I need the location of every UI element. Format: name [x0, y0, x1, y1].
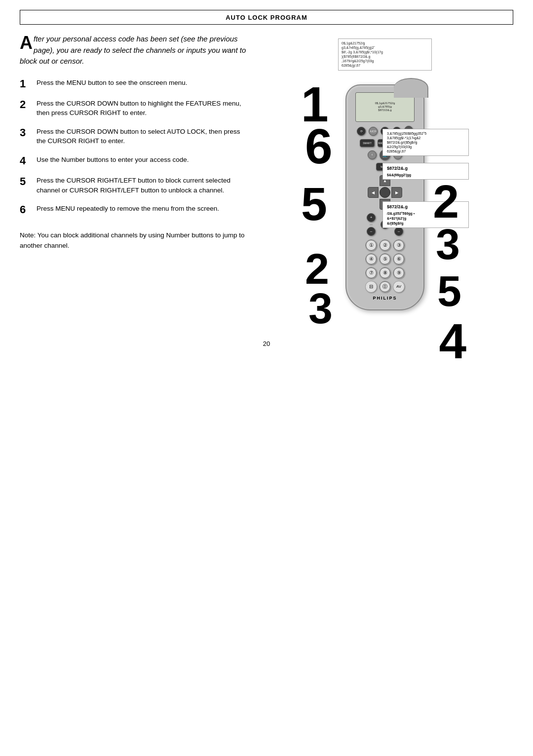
- step-text-1: Press the MENU button to see the onscree…: [37, 78, 187, 88]
- step-number-1: 1: [20, 78, 31, 90]
- step-text-5: Press the CURSOR RIGHT/LEFT button to bl…: [37, 176, 247, 195]
- top-box-line-5: ,1679//g&2/25g7(03g: [342, 59, 428, 63]
- page-container: Auto Lock Program A fter your personal a…: [0, 0, 533, 756]
- btn-vol-up[interactable]: +: [367, 213, 376, 222]
- philips-logo: PHILIPS: [373, 296, 397, 301]
- btn-smart1[interactable]: SMART: [360, 139, 375, 147]
- btn-icon1[interactable]: ⟳: [357, 127, 366, 136]
- left-column: A fter your personal access code has bee…: [20, 34, 247, 320]
- vol-group: + — –: [367, 213, 376, 236]
- steps-list: 1 Press the MENU button to see the onscr…: [20, 78, 247, 216]
- side-panel-2-content: $&&(66gg2'(gg: [387, 173, 464, 178]
- note-text: Note: You can block additional channels …: [20, 231, 245, 249]
- numpad-btn-9[interactable]: ⑨: [393, 267, 405, 279]
- step-item-6: 6 Press MENU repeatedly to remove the me…: [20, 204, 247, 216]
- side-panel-right-3: $872/2&.g /2&.g352°5$0gg • &+$1*(&2'(g &…: [382, 201, 469, 228]
- numpad-btn-5[interactable]: ⑤: [379, 253, 391, 265]
- page-header: Auto Lock Program: [20, 10, 513, 25]
- numpad-btn-6[interactable]: ⑥: [393, 253, 405, 265]
- side-panel-3-title: $872/2&.g: [387, 204, 464, 210]
- step-item-3: 3 Press the CURSOR DOWN button to select…: [20, 127, 247, 146]
- step-item-5: 5 Press the CURSOR RIGHT/LEFT button to …: [20, 176, 247, 195]
- step-text-4: Use the Number buttons to enter your acc…: [37, 155, 189, 165]
- page-number-text: 20: [263, 340, 270, 347]
- side-panel-2-title: $872/2&.g: [387, 165, 464, 172]
- numpad-btn-1[interactable]: ①: [365, 239, 377, 251]
- step-item-1: 1 Press the MENU button to see the onscr…: [20, 78, 247, 90]
- numpad-btn-8[interactable]: ⑧: [379, 267, 391, 279]
- step-item-4: 4 Use the Number buttons to enter your a…: [20, 155, 247, 167]
- dpad-left[interactable]: ◀: [368, 187, 379, 198]
- numpad-btn-0[interactable]: ⓪: [379, 281, 391, 293]
- page-number: 20: [20, 340, 513, 347]
- numpad-btn-av[interactable]: AV: [393, 281, 405, 293]
- numpad-btn-2[interactable]: ②: [379, 239, 391, 251]
- remote-area: 1 6 5 2 2 3 3 5 4 0$,: [301, 75, 469, 320]
- numpad-btn-minus[interactable]: ⊟: [365, 281, 377, 293]
- numpad-btn-4[interactable]: ④: [365, 253, 377, 265]
- right-column: 0$,1g&21752/g g3,&7•85(g,&785(g)2˘ $8',-…: [257, 34, 513, 320]
- side-panel-3-content: /2&.g352°5$0gg • &+$1*(&2'(g &/($5g$//g: [387, 211, 464, 226]
- top-box-line-2: g3,&7•85(g,&785(g)2˘: [342, 45, 428, 50]
- step-item-2: 2 Press the CURSOR DOWN button to highli…: [20, 99, 247, 118]
- side-panel-right-1: 3,&785(g)250$85gg352°5 3,&785(g$/-*1(17•…: [382, 129, 469, 156]
- intro-text: fter your personal access code has been …: [20, 35, 246, 65]
- remote-top-curve: [394, 78, 428, 98]
- side-panel-right-2: $872/2&.g $&&(66gg2'(gg: [382, 163, 469, 180]
- remote-screen-content: 0$,1g&21752/g g3,&785(g $872/2&.g: [375, 102, 395, 113]
- drop-cap: A: [20, 36, 33, 51]
- dpad-left-arrow: ◀: [372, 190, 375, 194]
- page-title: Auto Lock Program: [226, 14, 307, 21]
- top-box-line-4: )($785(6$872/2&.g: [342, 54, 428, 59]
- step-text-6: Press MENU repeatedly to remove the menu…: [37, 204, 219, 214]
- btn-vol-down[interactable]: –: [367, 227, 376, 236]
- numpad-btn-7[interactable]: ⑦: [365, 267, 377, 279]
- top-box-line-1: 0$,1g&21752/g: [342, 41, 428, 45]
- intro-paragraph: A fter your personal access code has bee…: [20, 34, 247, 67]
- step-text-3: Press the CURSOR DOWN button to select A…: [37, 127, 247, 146]
- top-box-line-6: 6285&(g/,67: [342, 63, 428, 68]
- btn-arrow-left2[interactable]: ‹: [368, 151, 377, 159]
- top-box-line-3: $8',-2g 3,&785(g$/,*10(17g: [342, 50, 428, 54]
- step-number-5: 5: [20, 176, 31, 188]
- step-number-6: 6: [20, 204, 31, 216]
- step-text-2: Press the CURSOR DOWN button to highligh…: [37, 99, 247, 118]
- step-number-3: 3: [20, 127, 31, 139]
- top-screen-box: 0$,1g&21752/g g3,&7•85(g,&785(g)2˘ $8',-…: [338, 38, 432, 71]
- numpad: ① ② ③ ④ ⑤ ⑥ ⑦ ⑧ ⑨ ⊟ ⓪ AV: [365, 239, 405, 293]
- dpad-center[interactable]: [380, 187, 390, 198]
- numpad-btn-3[interactable]: ③: [393, 239, 405, 251]
- btn-ajch[interactable]: AJCH: [369, 127, 378, 136]
- step-number-4: 4: [20, 155, 31, 167]
- side-panel-1-content: 3,&785(g)250$85gg352°5 3,&785(g$/-*1(17•…: [387, 131, 464, 153]
- vol-label: —: [370, 223, 373, 226]
- note-section: Note: You can block additional channels …: [20, 230, 247, 251]
- main-content: A fter your personal access code has bee…: [20, 34, 513, 320]
- step-number-2: 2: [20, 99, 31, 111]
- side-panels: 3,&785(g)250$85gg352°5 3,&785(g$/-*1(17•…: [382, 129, 469, 232]
